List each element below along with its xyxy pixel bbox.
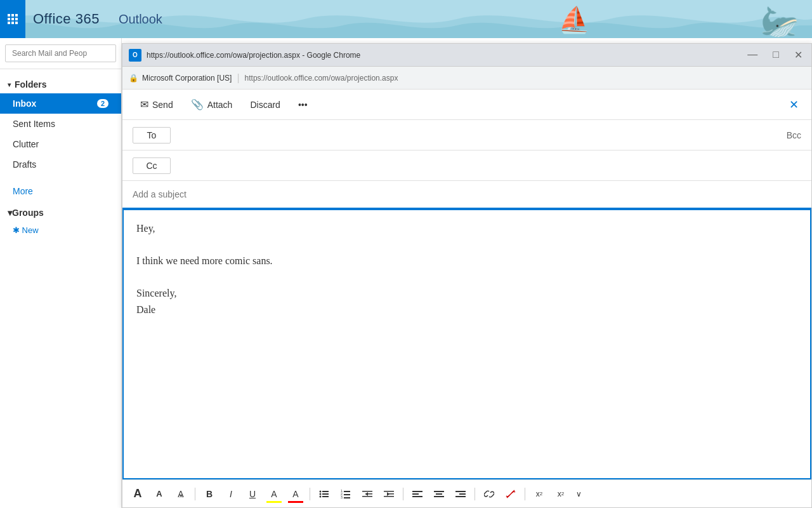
svg-rect-3 [15, 14, 18, 17]
font-size-large-button[interactable]: A [128, 484, 148, 504]
format-separator-2 [310, 488, 310, 500]
format-separator-5 [525, 488, 525, 500]
drafts-label: Drafts [13, 159, 36, 170]
format-separator-4 [475, 488, 475, 500]
cc-button[interactable]: Cc [133, 157, 171, 174]
format-separator-3 [403, 488, 403, 500]
to-label: To [147, 130, 157, 140]
svg-rect-9 [15, 22, 18, 24]
svg-rect-34 [436, 493, 442, 495]
chrome-close-button[interactable]: ✕ [792, 49, 805, 61]
superscript-button[interactable]: x2 [529, 484, 549, 504]
office365-title: Office 365 [33, 11, 100, 27]
svg-rect-1 [8, 14, 10, 17]
svg-rect-29 [384, 496, 394, 497]
indent-decrease-button[interactable] [357, 484, 377, 504]
chrome-addressbar: 🔒 Microsoft Corporation [US] | https://o… [122, 67, 811, 90]
svg-rect-33 [434, 491, 444, 492]
highlight-bar [266, 501, 282, 503]
svg-rect-37 [459, 493, 466, 495]
svg-rect-35 [434, 496, 444, 497]
close-compose-button[interactable]: ✕ [787, 95, 801, 114]
message-body[interactable]: Hey, I think we need more comic sans. Si… [122, 209, 811, 479]
format-separator-1 [195, 488, 195, 500]
to-row: To Bcc [122, 120, 811, 150]
chrome-window: O https://outlook.office.com/owa/project… [122, 43, 812, 508]
folders-header[interactable]: ▾ Folders [0, 76, 121, 93]
app-header: Office 365 Outlook ⛵ 🐋 [0, 0, 812, 38]
bold-button[interactable]: B [199, 484, 219, 504]
chrome-maximize-button[interactable]: □ [770, 49, 782, 61]
subscript-button[interactable]: x2 [551, 484, 571, 504]
more-link[interactable]: More [0, 181, 121, 201]
align-right-button[interactable] [450, 484, 471, 504]
align-center-button[interactable] [429, 484, 449, 504]
cc-row: Cc [122, 150, 811, 181]
search-input[interactable] [5, 44, 116, 62]
search-bar[interactable] [0, 38, 121, 69]
address-url: https://outlook.office.com/owa/projectio… [245, 74, 398, 83]
chrome-titlebar: O https://outlook.office.com/owa/project… [122, 44, 811, 67]
svg-rect-8 [11, 22, 14, 24]
new-group-button[interactable]: ✱ New [0, 222, 121, 239]
attach-button[interactable]: 📎 Attach [183, 95, 240, 114]
svg-rect-30 [412, 491, 422, 492]
sent-items-label: Sent Items [13, 119, 55, 129]
svg-rect-4 [8, 18, 10, 20]
svg-rect-23 [362, 491, 372, 492]
sailboat-decoration: ⛵ [558, 5, 590, 35]
to-input[interactable] [178, 130, 787, 140]
svg-rect-13 [322, 493, 329, 495]
indent-increase-button[interactable] [379, 484, 399, 504]
folders-label: Folders [15, 79, 47, 90]
compose-toolbar: ✉ Send 📎 Attach Discard ••• ✕ [122, 90, 811, 120]
more-options-button[interactable]: ••• [291, 96, 315, 114]
clear-formatting-button[interactable]: A ✕ [171, 484, 191, 504]
font-color-button[interactable]: A [285, 484, 306, 504]
italic-button[interactable]: I [221, 484, 241, 504]
bullets-button[interactable] [314, 484, 334, 504]
chrome-icon: O [129, 49, 141, 62]
discard-button[interactable]: Discard [242, 96, 287, 114]
format-more-button[interactable]: ∨ [572, 484, 585, 504]
more-label: More [13, 186, 33, 196]
align-left-button[interactable] [407, 484, 428, 504]
groups-header[interactable]: ▾ Groups [0, 204, 121, 222]
sidebar-item-clutter[interactable]: Clutter [0, 134, 121, 154]
groups-label: Groups [12, 208, 44, 218]
svg-rect-31 [412, 493, 419, 495]
outlook-title: Outlook [119, 12, 162, 27]
remove-link-button[interactable] [501, 484, 521, 504]
svg-point-14 [320, 495, 322, 497]
insert-link-button[interactable] [479, 484, 499, 504]
svg-rect-25 [362, 496, 372, 497]
format-toolbar: A A A ✕ B I U A A [122, 479, 811, 507]
send-icon: ✉ [140, 98, 148, 110]
grid-menu-icon[interactable] [0, 0, 25, 38]
svg-point-12 [320, 493, 322, 495]
sidebar-item-sent-items[interactable]: Sent Items [0, 114, 121, 134]
discard-label: Discard [250, 100, 280, 110]
chrome-minimize-button[interactable]: — [745, 49, 760, 61]
svg-rect-27 [384, 491, 394, 492]
inbox-badge: 2 [97, 99, 108, 108]
bcc-link[interactable]: Bcc [787, 130, 801, 140]
to-button[interactable]: To [133, 127, 171, 144]
ssl-icon: 🔒 [129, 74, 138, 83]
more-options-label: ••• [298, 100, 308, 110]
send-button[interactable]: ✉ Send [133, 95, 181, 114]
numbered-list-button[interactable]: 1. 2. 3. [336, 484, 356, 504]
font-size-small-button[interactable]: A [149, 484, 169, 504]
address-separator: | [237, 72, 239, 84]
highlight-button[interactable]: A [264, 484, 284, 504]
sidebar-item-drafts[interactable]: Drafts [0, 154, 121, 175]
cc-input[interactable] [178, 161, 801, 171]
svg-rect-38 [455, 496, 466, 497]
compose-body: ✉ Send 📎 Attach Discard ••• ✕ To Bcc [122, 90, 811, 507]
inbox-label: Inbox [13, 98, 36, 109]
subject-input[interactable] [133, 189, 801, 199]
groups-section: ▾ Groups ✱ New [0, 201, 121, 241]
svg-rect-21 [344, 497, 350, 498]
sidebar-item-inbox[interactable]: Inbox 2 [0, 93, 121, 114]
underline-button[interactable]: U [242, 484, 263, 504]
